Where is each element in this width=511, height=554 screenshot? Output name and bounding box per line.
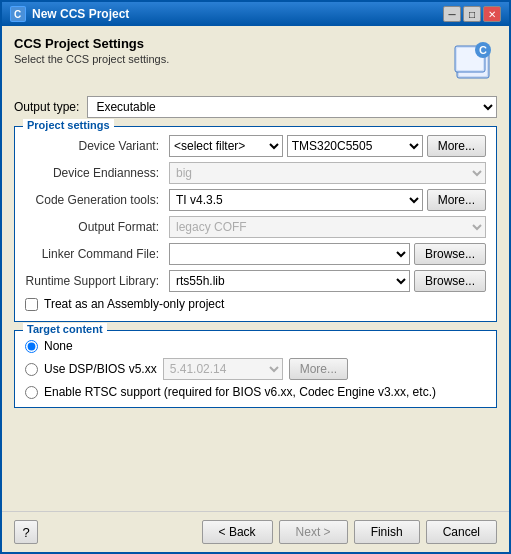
target-none-label: None (44, 339, 73, 353)
output-type-select[interactable]: Executable (87, 96, 497, 118)
code-gen-label: Code Generation tools: (25, 193, 165, 207)
device-endianness-label: Device Endianness: (25, 166, 165, 180)
runtime-support-label: Runtime Support Library: (25, 274, 165, 288)
device-variant-group: <select filter> TMS320C5505 (169, 135, 423, 157)
device-variant-label: Device Variant: (25, 139, 165, 153)
page-subtitle: Select the CCS project settings. (14, 53, 169, 65)
output-type-label: Output type: (14, 100, 79, 114)
target-content-title: Target content (23, 323, 107, 335)
dialog-content: CCS Project Settings Select the CCS proj… (2, 26, 509, 511)
runtime-support-browse-button[interactable]: Browse... (414, 270, 486, 292)
next-button[interactable]: Next > (279, 520, 348, 544)
output-type-row: Output type: Executable (14, 96, 497, 118)
window-icon: C (10, 6, 26, 22)
target-rtsc-label: Enable RTSC support (required for BIOS v… (44, 385, 436, 399)
minimize-button[interactable]: ─ (443, 6, 461, 22)
svg-text:C: C (479, 44, 487, 56)
page-title: CCS Project Settings (14, 36, 169, 51)
back-button[interactable]: < Back (202, 520, 273, 544)
svg-text:C: C (14, 9, 21, 20)
device-endianness-select: big (169, 162, 486, 184)
code-gen-more-button[interactable]: More... (427, 189, 486, 211)
assembly-only-row: Treat as an Assembly-only project (25, 297, 486, 311)
linker-cmd-select[interactable] (169, 243, 410, 265)
title-controls: ─ □ ✕ (443, 6, 501, 22)
project-settings-title: Project settings (23, 119, 114, 131)
linker-cmd-browse-button[interactable]: Browse... (414, 243, 486, 265)
linker-cmd-row: Linker Command File: Browse... (25, 243, 486, 265)
window-title: New CCS Project (32, 7, 129, 21)
code-gen-select[interactable]: TI v4.3.5 (169, 189, 423, 211)
output-format-label: Output Format: (25, 220, 165, 234)
maximize-button[interactable]: □ (463, 6, 481, 22)
code-gen-row: Code Generation tools: TI v4.3.5 More... (25, 189, 486, 211)
assembly-only-checkbox[interactable] (25, 298, 38, 311)
device-variant-row: Device Variant: <select filter> TMS320C5… (25, 135, 486, 157)
title-bar: C New CCS Project ─ □ ✕ (2, 2, 509, 26)
title-bar-left: C New CCS Project (10, 6, 129, 22)
target-rtsc-row: Enable RTSC support (required for BIOS v… (25, 385, 486, 399)
footer-buttons: < Back Next > Finish Cancel (202, 520, 497, 544)
dsp-more-button[interactable]: More... (289, 358, 348, 380)
device-tms-select[interactable]: TMS320C5505 (287, 135, 423, 157)
output-format-select: legacy COFF (169, 216, 486, 238)
dialog-footer: ? < Back Next > Finish Cancel (2, 511, 509, 552)
main-window: C New CCS Project ─ □ ✕ CCS Project Sett… (0, 0, 511, 554)
runtime-support-row: Runtime Support Library: rts55h.lib Brow… (25, 270, 486, 292)
target-rtsc-radio[interactable] (25, 386, 38, 399)
finish-button[interactable]: Finish (354, 520, 420, 544)
target-content-group: Target content None Use DSP/BIOS v5.xx 5… (14, 330, 497, 408)
project-settings-group: Project settings Device Variant: <select… (14, 126, 497, 322)
device-filter-select[interactable]: <select filter> (169, 135, 283, 157)
target-none-radio[interactable] (25, 340, 38, 353)
device-endianness-row: Device Endianness: big (25, 162, 486, 184)
target-dsp-radio[interactable] (25, 363, 38, 376)
target-dsp-label: Use DSP/BIOS v5.xx (44, 362, 157, 376)
output-format-row: Output Format: legacy COFF (25, 216, 486, 238)
runtime-support-select[interactable]: rts55h.lib (169, 270, 410, 292)
dsp-version-select: 5.41.02.14 (163, 358, 283, 380)
header-icon: C (449, 36, 497, 84)
target-none-row: None (25, 339, 486, 353)
close-button[interactable]: ✕ (483, 6, 501, 22)
device-variant-more-button[interactable]: More... (427, 135, 486, 157)
header-section: CCS Project Settings Select the CCS proj… (14, 36, 497, 84)
header-text: CCS Project Settings Select the CCS proj… (14, 36, 169, 65)
help-button[interactable]: ? (14, 520, 38, 544)
linker-cmd-label: Linker Command File: (25, 247, 165, 261)
cancel-button[interactable]: Cancel (426, 520, 497, 544)
assembly-only-label: Treat as an Assembly-only project (44, 297, 224, 311)
target-dsp-row: Use DSP/BIOS v5.xx 5.41.02.14 More... (25, 358, 486, 380)
